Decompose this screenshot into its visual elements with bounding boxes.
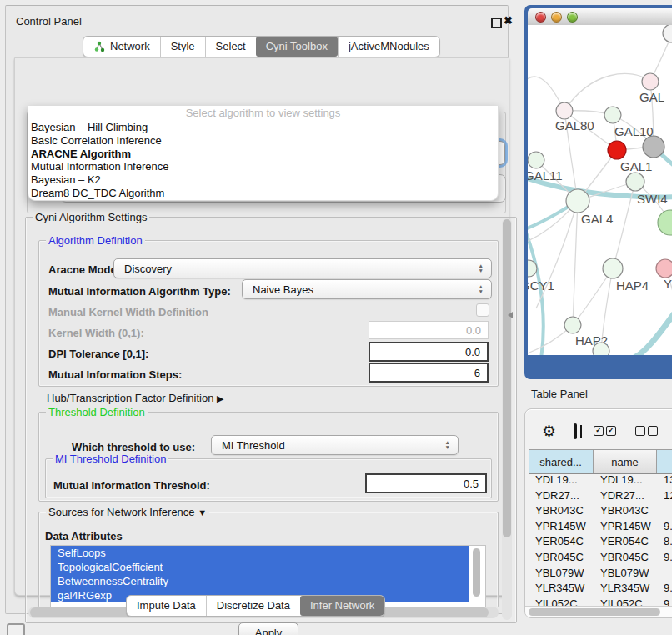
network-node-gal10[interactable]	[604, 107, 621, 123]
table-cell: YBL079W	[529, 566, 594, 582]
apply-button[interactable]: Apply	[238, 622, 298, 635]
table-cell: 12	[657, 488, 672, 504]
aracne-mode-label: Aracne Mode:	[48, 263, 120, 276]
network-node-swi4[interactable]	[626, 172, 644, 191]
close-traffic-icon[interactable]	[535, 12, 546, 22]
manual-kernel-checkbox[interactable]	[476, 303, 489, 317]
float-window-icon[interactable]	[491, 18, 502, 28]
network-node-hap4[interactable]	[603, 258, 623, 278]
table-row[interactable]: YPR145WYPR145W9.	[529, 519, 672, 535]
unchecked-pair-icon[interactable]	[635, 426, 660, 436]
table-row[interactable]: YLR345WYLR345W9.	[529, 581, 672, 597]
collapse-right-icon[interactable]: ▶	[217, 393, 223, 403]
table-row[interactable]: YBR045CYBR045C9.	[529, 550, 672, 566]
node-label: GAL11	[528, 168, 563, 182]
kernel-width-label: Kernel Width (0,1):	[48, 327, 144, 339]
table-row[interactable]: YIL052CYIL052C9	[529, 597, 672, 606]
tab-network[interactable]: Network	[83, 37, 160, 57]
table-cell: YIL052C	[529, 597, 594, 606]
tab-impute-data[interactable]: Impute Data	[127, 596, 206, 616]
network-node-gal[interactable]	[642, 73, 659, 90]
node-label: GAL	[639, 90, 664, 104]
zoom-traffic-icon[interactable]	[567, 12, 578, 22]
which-threshold-value: MI Threshold	[222, 439, 285, 452]
table-row[interactable]: YDR27...YDR27...12	[529, 488, 672, 504]
tab-discretize-data[interactable]: Discretize Data	[206, 596, 300, 616]
table-panel: ⚙ ✓✓ shared...nameA YDL19...YDL19...13YD…	[524, 408, 672, 618]
gear-icon[interactable]: ⚙	[542, 422, 556, 441]
sources-group-title[interactable]: Sources for Network Inference ▼	[46, 506, 209, 518]
table-cell: YPR145W	[594, 519, 657, 535]
table-cell: YDL19...	[529, 472, 594, 488]
table-row[interactable]: YDL19...YDL19...13	[529, 472, 672, 488]
minimize-traffic-icon[interactable]	[551, 12, 562, 22]
table-cell: 9.	[657, 519, 672, 535]
network-node-hap2[interactable]	[564, 317, 581, 333]
network-node[interactable]	[643, 136, 664, 158]
threshold-definition-title: Threshold Definition	[46, 406, 148, 418]
hub-definition-toggle[interactable]: Hub/Transcription Factor Definition ▶	[47, 392, 223, 404]
checked-pair-icon[interactable]: ✓✓	[594, 426, 619, 436]
mi-type-combobox[interactable]: Naive Bayes ▲▼	[242, 279, 492, 299]
tab-cyni-toolbox[interactable]: Cyni Toolbox	[256, 37, 338, 57]
mi-threshold-value: 0.5	[464, 478, 479, 490]
tab-label: jActiveMNodules	[349, 37, 429, 57]
settings-scrollbar-thumb[interactable]	[503, 219, 511, 538]
tab-infer-network[interactable]: Infer Network	[300, 596, 384, 616]
dpi-tolerance-input[interactable]: 0.0	[369, 342, 489, 362]
table-cell: 8.	[657, 534, 672, 550]
table-hscrollbar-thumb[interactable]	[529, 608, 660, 616]
table-cell	[657, 566, 672, 582]
table-cell: 9.	[657, 550, 672, 566]
network-node[interactable]	[663, 25, 672, 42]
data-attribute-item[interactable]: TopologicalCoefficient	[51, 560, 469, 574]
algorithm-option[interactable]: Bayesian – K2	[28, 173, 498, 187]
table-cell: YDR27...	[529, 488, 594, 504]
minimized-panel-button[interactable]	[7, 623, 25, 635]
table-cell: YIL052C	[594, 597, 657, 606]
network-node-gal11[interactable]	[528, 152, 544, 168]
table-row[interactable]: YER054CYER054C8.	[529, 534, 672, 550]
algorithm-option[interactable]: ARACNE Algorithm	[28, 148, 498, 161]
table-cell: YBR045C	[529, 550, 594, 566]
tab-jactivemnodules[interactable]: jActiveMNodules	[338, 37, 439, 57]
column-header[interactable]: A	[657, 450, 672, 473]
network-node-gal4[interactable]	[566, 189, 589, 212]
mi-threshold-label: Mutual Information Threshold:	[53, 479, 210, 492]
attr-list-scrollbar[interactable]	[473, 548, 480, 597]
table-row[interactable]: YBL079WYBL079W	[529, 566, 672, 582]
data-attribute-item[interactable]: SelfLoops	[51, 546, 469, 560]
splitter-arrow-icon[interactable]	[508, 312, 513, 318]
table-cell	[657, 503, 672, 519]
network-node-gal1[interactable]	[608, 141, 626, 159]
network-node-y[interactable]	[656, 259, 672, 278]
network-node[interactable]	[658, 210, 672, 235]
column-header[interactable]: name	[594, 450, 657, 473]
algorithm-option[interactable]: Basic Correlation Inference	[28, 134, 498, 148]
tab-select[interactable]: Select	[205, 37, 256, 57]
algorithm-option[interactable]: Dream8 DC_TDC Algorithm	[28, 187, 498, 200]
close-icon[interactable]: ✖	[504, 14, 513, 27]
table-row[interactable]: YBR043CYBR043C	[529, 503, 672, 519]
network-node-gal80[interactable]	[556, 102, 573, 119]
columns-icon[interactable]	[574, 423, 577, 439]
kernel-width-input[interactable]: 0.0	[369, 321, 489, 339]
table-cell: YLR345W	[529, 581, 594, 597]
network-edge	[573, 201, 578, 325]
tab-style[interactable]: Style	[160, 37, 205, 57]
collapse-down-icon[interactable]: ▼	[198, 508, 207, 518]
stepper-arrows-icon: ▲▼	[479, 284, 484, 293]
sources-title-text: Sources for Network Inference	[48, 506, 195, 518]
network-node[interactable]	[593, 342, 609, 355]
data-attribute-item[interactable]: BetweennessCentrality	[51, 574, 469, 588]
mi-steps-input[interactable]: 6	[369, 362, 489, 382]
network-window-titlebar[interactable]	[528, 8, 672, 26]
mi-threshold-input[interactable]: 0.5	[365, 473, 487, 493]
network-canvas[interactable]: GALGAL80GAL10GAL1GAL11SWI4GAL4GCY1HAP4YH…	[528, 25, 672, 355]
algorithm-option[interactable]: Bayesian – Hill Climbing	[28, 121, 498, 134]
algorithm-option[interactable]: Mutual Information Inference	[28, 160, 498, 173]
which-threshold-combobox[interactable]: MI Threshold ▲▼	[211, 435, 459, 455]
tab-label: Select	[216, 37, 246, 57]
column-header[interactable]: shared...	[529, 450, 594, 473]
aracne-mode-combobox[interactable]: Discovery ▲▼	[113, 258, 492, 278]
